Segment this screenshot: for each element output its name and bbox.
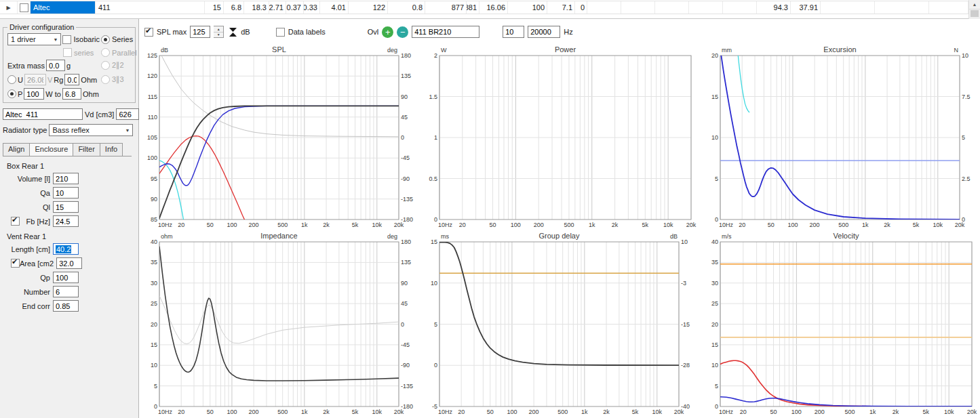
extra-mass-input[interactable] xyxy=(46,60,65,71)
driver-table-value-cell[interactable]: 0.37 xyxy=(286,1,304,14)
tab-filter[interactable]: Filter xyxy=(73,143,100,156)
driver-table-value-cell[interactable]: 4.01 xyxy=(320,1,349,14)
driver-table-value-cell[interactable]: 0 xyxy=(575,1,587,14)
two-parallel-two-radio[interactable] xyxy=(101,61,110,70)
scroll-up-icon[interactable]: ▲ xyxy=(969,0,980,9)
driver-table-value-cell[interactable]: 16.06 xyxy=(479,1,508,14)
svg-text:20k: 20k xyxy=(966,409,977,415)
spinner-down-icon[interactable]: ▼ xyxy=(214,33,223,38)
series-radio[interactable] xyxy=(101,35,110,44)
add-overlay-button[interactable]: + xyxy=(382,26,393,38)
fb-input[interactable] xyxy=(53,215,79,227)
freq-max-input[interactable] xyxy=(528,26,560,38)
radiator-type-select[interactable]: Bass reflex▼ xyxy=(49,124,133,136)
svg-text:100: 100 xyxy=(227,409,237,415)
driver-model-cell[interactable]: 411 xyxy=(96,1,205,14)
driver-table-value-cell[interactable] xyxy=(587,1,621,14)
ql-label: Ql xyxy=(43,203,53,211)
driver-table-value-cell[interactable]: 6.8 xyxy=(224,1,244,14)
driver-table-value-cell[interactable]: 881 xyxy=(467,1,479,14)
scrollbar-thumb[interactable] xyxy=(971,10,979,17)
svg-text:10Hz: 10Hz xyxy=(719,409,734,415)
series-checkbox[interactable] xyxy=(63,48,72,57)
number-input[interactable] xyxy=(53,286,79,297)
parallel-radio[interactable] xyxy=(101,48,110,57)
driver-table-row[interactable]: ▶ Altec 411 156.818.32.710.370.334.01122… xyxy=(0,1,968,14)
ql-input[interactable] xyxy=(53,201,79,213)
driver-configuration-group: Driver configuration 1 driver▼ Isobaric … xyxy=(3,27,136,103)
power-input[interactable] xyxy=(24,88,44,100)
driver-row-checkbox[interactable] xyxy=(18,1,31,14)
svg-text:5: 5 xyxy=(154,383,157,390)
area-input[interactable] xyxy=(56,257,82,269)
tab-align[interactable]: Align xyxy=(3,143,30,156)
driver-name-cell[interactable]: Altec xyxy=(31,1,96,14)
spl-max-checkbox[interactable] xyxy=(144,28,153,37)
svg-text:30: 30 xyxy=(711,280,718,287)
driver-table-value-cell[interactable]: 0.8 xyxy=(388,1,425,14)
driver-table-value-cell[interactable]: 877 xyxy=(425,1,467,14)
data-labels-checkbox[interactable] xyxy=(276,28,285,37)
svg-text:5: 5 xyxy=(962,134,965,141)
table-scrollbar[interactable]: ▲ xyxy=(968,0,980,19)
fb-checkbox[interactable] xyxy=(11,217,20,226)
spl-max-spinner[interactable]: ▲▼ xyxy=(214,26,224,38)
tab-enclosure[interactable]: Enclosure xyxy=(29,143,73,156)
svg-text:20: 20 xyxy=(151,321,157,328)
rg-label: Rg xyxy=(54,76,63,84)
driver-name-input[interactable] xyxy=(3,108,83,120)
overlay-name-input[interactable] xyxy=(412,26,479,38)
voltage-radio[interactable] xyxy=(7,75,16,84)
endcorr-input[interactable] xyxy=(53,300,79,312)
driver-table-value-cell[interactable] xyxy=(689,1,723,14)
driver-table-value-cell[interactable]: 7.1 xyxy=(547,1,575,14)
driver-table-value-cell[interactable]: 18.3 xyxy=(244,1,269,14)
spl-max-input[interactable] xyxy=(190,26,210,38)
driver-table-value-cell[interactable] xyxy=(875,1,929,14)
driver-table-value-cell[interactable]: 0.33 xyxy=(304,1,320,14)
svg-text:7.5: 7.5 xyxy=(962,93,971,100)
isobaric-checkbox[interactable] xyxy=(62,35,71,44)
svg-text:90: 90 xyxy=(401,280,408,287)
volume-input[interactable] xyxy=(53,173,79,184)
spinner-up-icon[interactable]: ▲ xyxy=(214,26,223,33)
rg-input[interactable] xyxy=(64,74,79,85)
tab-info[interactable]: Info xyxy=(100,143,123,156)
svg-text:0: 0 xyxy=(434,362,437,369)
vd-input[interactable] xyxy=(116,108,139,120)
qp-input[interactable] xyxy=(53,272,79,283)
driver-table-value-cell[interactable]: 2.71 xyxy=(269,1,286,14)
voltage-input[interactable] xyxy=(24,74,46,85)
enclosure-tabbar: Align Enclosure Filter Info xyxy=(3,143,132,156)
autoscale-icon[interactable] xyxy=(229,27,237,37)
series-checkbox-label: series xyxy=(74,49,94,57)
svg-text:110: 110 xyxy=(148,114,157,121)
svg-text:5k: 5k xyxy=(352,222,359,228)
svg-text:2k: 2k xyxy=(323,409,330,415)
driver-table-value-cell[interactable]: 37.91 xyxy=(791,1,821,14)
power-radio[interactable] xyxy=(7,89,16,98)
checkbox-icon[interactable] xyxy=(20,3,28,12)
driver-table-value-cell[interactable]: 122 xyxy=(349,1,388,14)
freq-min-input[interactable] xyxy=(503,26,524,38)
driver-table-value-cell[interactable] xyxy=(821,1,875,14)
svg-text:500: 500 xyxy=(557,409,568,415)
driver-table-value-cell[interactable]: 94.3 xyxy=(757,1,791,14)
driver-count-select[interactable]: 1 driver▼ xyxy=(7,33,61,45)
driver-table-value-cell[interactable] xyxy=(621,1,655,14)
driver-table-value-cell[interactable]: 15 xyxy=(205,1,224,14)
remove-overlay-button[interactable]: − xyxy=(397,26,408,38)
three-parallel-three-radio[interactable] xyxy=(101,75,110,84)
length-input[interactable]: 40.2 xyxy=(53,243,79,255)
overlay-label: Ovl xyxy=(368,28,379,36)
power-ohm-input[interactable] xyxy=(62,88,81,100)
driver-table-value-cell[interactable] xyxy=(655,1,689,14)
svg-text:500: 500 xyxy=(277,409,288,415)
svg-text:2: 2 xyxy=(434,52,437,59)
chart-toolbar: SPL max ▲▼ dB Data labels Ovl + − Hz xyxy=(139,19,980,45)
driver-table-value-cell[interactable] xyxy=(929,1,968,14)
area-checkbox[interactable] xyxy=(11,259,20,268)
driver-table-value-cell[interactable]: 100 xyxy=(508,1,547,14)
qa-input[interactable] xyxy=(53,187,79,198)
driver-table-value-cell[interactable] xyxy=(723,1,757,14)
